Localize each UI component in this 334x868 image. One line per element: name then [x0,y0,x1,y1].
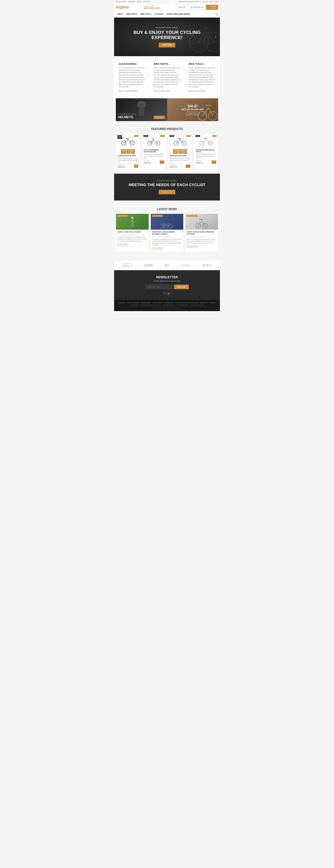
footer-top-sellers[interactable]: TOP SELLERS [141,302,151,304]
news-3-meta: OCT 15, 2014 8 COMMENTS [187,236,216,238]
cat-accessories-link[interactable]: SEE ALL ACCESSORIES [119,90,137,92]
product-3-sale-badge: 10% [187,135,191,137]
newsletter-email-input[interactable] [145,285,173,289]
nav-bike-parts[interactable]: BIKE PARTS [125,11,139,17]
main-nav: BIKES BIKE PARTS BIKE TOOLS CLOTHES HOOK… [114,11,220,18]
featured-prev-button[interactable]: ‹ [116,127,119,131]
shop-sale-button[interactable]: SHOP SALE [187,112,199,115]
footer-credit-slips[interactable]: MY CREDIT SLIPS [163,304,175,306]
product-2-add-cart[interactable]: 🛒 [160,160,164,164]
social-facebook-icon[interactable]: f [164,292,164,294]
featured-section: ‹ FEATURED PRODUCTS › NEW 10% SALE [114,124,220,174]
currency-select[interactable]: USD [209,1,212,2]
cart-items: 0 Products [210,7,216,9]
news-1-tag: CLASSIC BIKES [117,215,128,217]
countdown-days: 807 DAYS [121,149,126,154]
logo[interactable]: BigBike [116,5,129,9]
brand-bell: BELL [122,263,132,268]
product-1-add-cart[interactable]: ⚙ [134,164,138,168]
product-4-pricing: $320.00 $340.00 [196,160,203,164]
meeting-shop-now-button[interactable]: SHOP NOW › [159,190,175,194]
footer-contact-us[interactable]: CONTACT US [164,302,173,304]
blog-link[interactable]: BLOG [137,1,141,2]
nav-bikes[interactable]: BIKES [116,11,125,17]
product-2-new-badge: NEW [143,135,148,137]
news-title: LATEST NEWS [119,208,215,211]
nav-bike-tools[interactable]: BIKE TOOLS [139,11,153,17]
nav-hooks[interactable]: HOOKS AND HANDLEBARS [165,11,192,17]
language-select[interactable]: EN [205,1,208,2]
news-3-tag: CLASSIC BIKES [187,215,197,217]
hero-section: Passionate about cycling? BUY & ENJOY YO… [114,18,220,56]
news-next-arrows[interactable]: › [215,208,218,211]
products-grid: NEW 10% SALE 807 DAYS [116,133,218,170]
social-gplus[interactable]: g+ [203,1,204,2]
featured-prev-arrows[interactable]: ‹ [116,127,119,131]
footer-specials[interactable]: SPECIALS [118,302,125,304]
top-bar-links[interactable]: MY ACCOUNT SITEMAP BLOG CONTACT [116,1,152,2]
product-2-bike-svg [147,137,161,146]
news-1-read-more[interactable]: READ MORE [118,243,128,246]
news-1-image: CLASSIC BIKES [116,214,149,230]
news-next-button[interactable]: › [215,208,218,211]
news-prev-button[interactable]: ‹ [116,208,119,211]
product-3-countdown: 776 DAYS 12 HRS 02 MIN [170,149,190,154]
news-prev-arrows[interactable]: ‹ [116,208,119,211]
phone[interactable]: 800-2345-6789 [144,7,159,9]
helmet-person-decoration [134,101,148,119]
wishlist-button[interactable]: ♡ WISHLIST [174,5,188,9]
footer-personal-info[interactable]: MY PERSONAL INFO [190,304,204,306]
sale-banner: SALE! GET UP TO 20% OFF SHOP SALE [167,98,218,121]
news-2-read-more[interactable]: READ MORE [152,247,163,250]
featured-next-arrows[interactable]: › [215,127,218,131]
newsletter-subtitle: Get the latest news delivered daily! [116,280,218,282]
cat-parts-link[interactable]: SEE ALL BIKE PARTS [154,90,170,92]
footer-returns[interactable]: MY MERCHANDISE RETURNS [141,304,161,306]
hero-shop-now-button[interactable]: SHOP NOW [159,43,175,48]
contact-link[interactable]: CONTACT [143,1,151,2]
footer-addresses[interactable]: MY ADDRESSES [177,304,188,306]
sale-banner-content: SALE! GET UP TO 20% OFF SHOP SALE [181,104,204,115]
social-twitter-icon[interactable]: t [166,292,166,294]
cat-accessories-desc: Do you remember what it is like to be cr… [119,67,145,88]
news-3-image: CLASSIC BIKES [185,214,218,230]
news-3-desc: Buhl is the most popular bull post in th… [187,238,216,244]
heart-icon: ♡ [176,6,178,8]
product-3-name: MOUNTAIN BIKE MTB [170,155,190,157]
nav-clothes[interactable]: CLOTHES [153,11,165,17]
news-3-read-more[interactable]: READ MORE [187,245,197,248]
social-fb[interactable]: f [200,1,200,2]
sale-discount: GET UP TO 20% OFF [181,108,204,111]
product-4-add-cart[interactable]: 🛒 [212,160,216,164]
footer-about-us[interactable]: ABOUT US [200,302,207,304]
featured-next-button[interactable]: › [215,127,218,131]
product-3-pricing: $320.00 $264.00 [170,164,177,168]
cart-button[interactable]: 🛒 MY CART 0 Products [206,5,218,10]
footer-sitemap[interactable]: SITEMAP [209,302,216,304]
phone-tagline: 7 days a week [144,5,159,7]
svg-line-59 [162,223,164,226]
footer-our-stores[interactable]: OUR STORES [153,302,162,304]
footer-my-orders[interactable]: MY ORDERS [130,304,138,306]
compare-button[interactable]: ⇄ COMPARE (0) [189,5,205,9]
featured-title: FEATURED PRODUCTS [119,127,215,131]
login-link[interactable]: LOGIN [213,1,218,2]
footer-terms[interactable]: TERMS AND CONDITIONS OF USE [175,302,198,304]
product-1: NEW 10% SALE 807 DAYS [116,133,140,170]
svg-line-55 [132,223,134,227]
hero-next-arrow[interactable]: › [215,34,216,39]
helmet-shop-now-button[interactable]: SHOP NOW [154,116,165,119]
news-bottom-next[interactable]: › [215,253,218,257]
news-bottom-prev[interactable]: ‹ [210,253,214,257]
cat-parts-desc: Do you remember what it is like to be cr… [154,67,180,88]
product-4-desc: Do you remember what it is like to be cr… [196,153,216,159]
search-icon[interactable]: 🔍 [215,13,218,16]
social-tw[interactable]: t [201,1,202,2]
newsletter-subscribe-button[interactable]: SUBSCRIBE [174,285,189,289]
footer-new-products[interactable]: NEW PRODUCTS [127,302,139,304]
sitemap-link[interactable]: SITEMAP [128,1,135,2]
social-google-icon[interactable]: g+ [168,292,170,294]
cat-tools-link[interactable]: SEE ALL BIKE TOOLS [189,90,205,92]
product-3-add-cart[interactable]: 🛒 [186,164,190,168]
my-account-link[interactable]: MY ACCOUNT [116,1,126,2]
